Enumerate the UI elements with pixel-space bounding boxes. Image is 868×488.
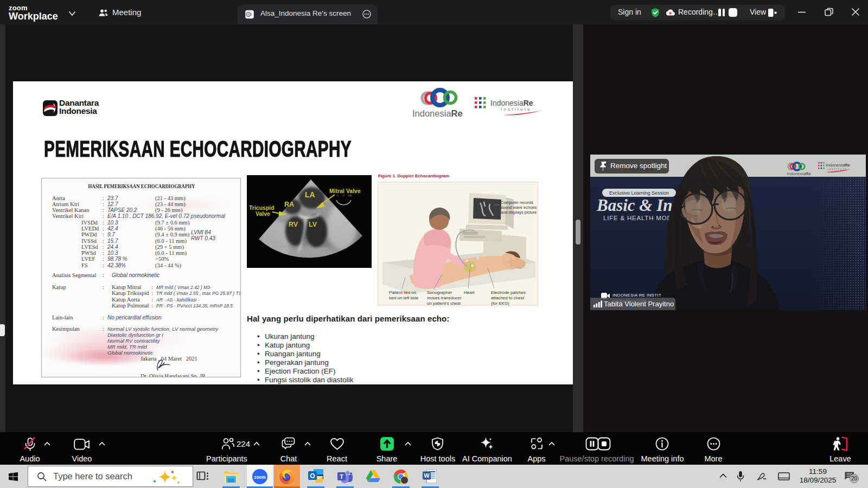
svg-text:bed on left side: bed on left side (389, 296, 419, 300)
svg-text:attached to chest: attached to chest (491, 296, 525, 300)
svg-text:Electrode patches: Electrode patches (491, 290, 526, 295)
svg-text:zoom: zoom (254, 475, 265, 480)
svg-text:IndonesiaRe: IndonesiaRe (787, 171, 811, 176)
svg-text:moves transducer: moves transducer (427, 296, 462, 300)
svg-text:and displays picture: and displays picture (501, 210, 537, 215)
svg-text:O: O (310, 472, 315, 480)
svg-text:(for EKG): (for EKG) (491, 301, 509, 306)
svg-text:Computer records: Computer records (501, 200, 533, 205)
svg-text:IndonesiaRe: IndonesiaRe (826, 163, 850, 168)
svg-text:Heart: Heart (464, 290, 475, 295)
svg-text:sound wave echoes: sound wave echoes (501, 205, 537, 210)
svg-text:W: W (424, 472, 430, 479)
svg-text:T: T (340, 473, 343, 480)
svg-text:Sonographer: Sonographer (427, 290, 452, 295)
svg-text:Patient lies on: Patient lies on (389, 290, 416, 295)
svg-text:on patient's chest: on patient's chest (427, 301, 461, 306)
